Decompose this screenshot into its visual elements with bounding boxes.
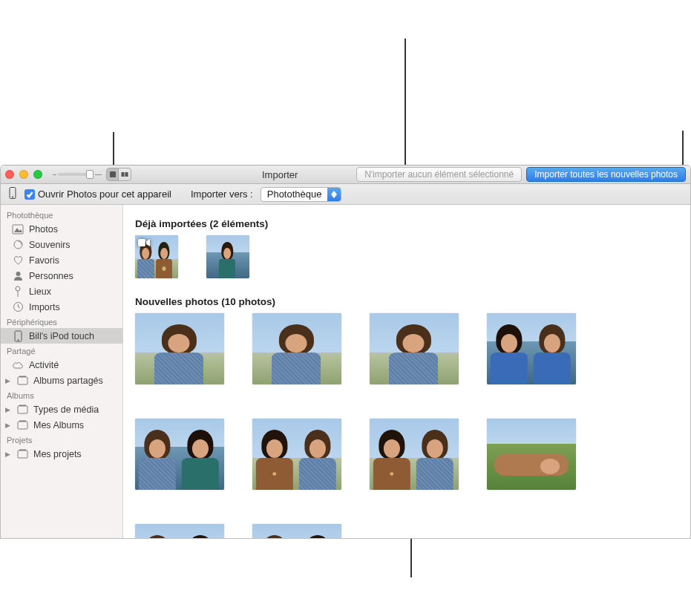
already-imported-grid — [135, 235, 678, 278]
zoom-window-button[interactable] — [33, 170, 42, 179]
sidebar-item-label: Imports — [29, 302, 60, 312]
svg-rect-18 — [18, 406, 27, 413]
titlebar: – — Importer N'importer aucun élément sé… — [1, 166, 690, 184]
svg-rect-21 — [19, 421, 26, 422]
sidebar-item-mes-albums[interactable]: ▶ Mes Albums — [1, 417, 122, 433]
sidebar-item-label: Favoris — [29, 255, 59, 266]
import-to-value: Photothèque — [261, 189, 328, 200]
device-icon — [8, 187, 17, 201]
sidebar-item-label: Mes Albums — [33, 420, 84, 430]
svg-point-11 — [16, 286, 20, 291]
photo-thumbnail[interactable] — [370, 419, 459, 490]
sidebar-item-label: Lieux — [29, 286, 51, 297]
svg-rect-1 — [122, 172, 125, 177]
device-icon — [11, 330, 24, 342]
clock-icon — [11, 301, 24, 312]
svg-rect-23 — [19, 450, 26, 451]
import-options-bar: Ouvrir Photos pour cet appareil Importer… — [1, 184, 690, 205]
thumbnail-zoom-slider[interactable]: – — — [53, 171, 102, 178]
album-icon — [16, 420, 29, 430]
compare-thumb-icon — [119, 168, 131, 180]
pin-icon — [11, 286, 24, 298]
photo-thumbnail[interactable] — [370, 313, 459, 384]
chevron-right-icon[interactable]: ▶ — [4, 406, 11, 413]
minimize-window-button[interactable] — [19, 170, 28, 179]
new-photos-heading: Nouvelles photos (10 photos) — [135, 296, 678, 307]
import-content: Déjà importées (2 éléments) — [123, 205, 690, 538]
sidebar-item-label: Personnes — [29, 271, 73, 281]
svg-rect-24 — [138, 239, 145, 246]
sidebar-item-photos[interactable]: Photos — [1, 221, 122, 237]
photo-thumbnail[interactable] — [487, 419, 576, 490]
view-toggle[interactable] — [106, 168, 131, 181]
cloud-icon — [11, 361, 24, 370]
chevron-right-icon[interactable]: ▶ — [4, 450, 11, 458]
import-all-button[interactable]: Importer toutes les nouvelles photos — [526, 167, 686, 182]
svg-point-4 — [12, 197, 13, 198]
photo-thumbnail[interactable] — [252, 419, 341, 490]
svg-marker-8 — [14, 228, 22, 232]
sidebar-item-favoris[interactable]: Favoris — [1, 252, 122, 268]
zoom-max-tick: — — [95, 171, 102, 178]
window-controls — [5, 170, 42, 179]
photo-thumbnail[interactable] — [252, 524, 341, 538]
photo-thumbnail[interactable] — [135, 419, 224, 490]
single-thumb-icon — [107, 168, 119, 180]
photo-thumbnail[interactable] — [135, 313, 224, 384]
svg-marker-6 — [331, 194, 337, 198]
svg-rect-20 — [18, 422, 27, 429]
zoom-min-tick: – — [53, 171, 56, 178]
sidebar-item-personnes[interactable]: Personnes — [1, 268, 122, 284]
memories-icon — [11, 239, 24, 250]
svg-rect-22 — [18, 450, 27, 458]
sidebar-item-souvenirs[interactable]: Souvenirs — [1, 237, 122, 252]
sidebar-item-label: Mes projets — [33, 449, 82, 459]
svg-rect-0 — [110, 171, 116, 177]
album-icon — [16, 404, 29, 414]
svg-rect-2 — [125, 172, 128, 177]
sidebar-group-partage: Partagé — [1, 344, 122, 357]
person-icon — [11, 270, 24, 281]
photo-thumbnail[interactable] — [487, 313, 576, 384]
open-photos-label: Ouvrir Photos pour cet appareil — [38, 189, 171, 200]
chevron-right-icon[interactable]: ▶ — [4, 422, 11, 429]
photos-import-window: – — Importer N'importer aucun élément sé… — [0, 165, 691, 539]
chevron-right-icon[interactable]: ▶ — [4, 377, 11, 384]
sidebar-item-label: Types de média — [33, 404, 99, 415]
sidebar-group-peripheriques: Périphériques — [1, 315, 122, 328]
album-icon — [16, 376, 29, 385]
checkbox-checked-icon — [24, 189, 35, 200]
sidebar-item-label: Photos — [29, 224, 58, 235]
sidebar-group-projets: Projets — [1, 433, 122, 446]
import-to-popup[interactable]: Photothèque — [261, 187, 342, 202]
already-imported-heading: Déjà importées (2 éléments) — [135, 218, 678, 229]
svg-point-10 — [16, 272, 20, 276]
close-window-button[interactable] — [5, 170, 14, 179]
sidebar-item-activite[interactable]: Activité — [1, 357, 122, 373]
sidebar-item-types-media[interactable]: ▶ Types de média — [1, 402, 122, 417]
sidebar-group-albums: Albums — [1, 388, 122, 402]
photos-icon — [11, 224, 24, 235]
svg-rect-19 — [19, 405, 26, 407]
open-photos-checkbox[interactable]: Ouvrir Photos pour cet appareil — [24, 189, 171, 200]
video-badge-icon — [137, 237, 151, 248]
svg-point-9 — [14, 240, 22, 249]
sidebar-item-label: Albums partagés — [33, 376, 103, 386]
photo-thumbnail[interactable] — [206, 235, 249, 278]
sidebar-item-mes-projets[interactable]: ▶ Mes projets — [1, 446, 122, 462]
import-to-label: Importer vers : — [191, 189, 253, 200]
photo-thumbnail[interactable] — [135, 235, 178, 278]
sidebar-item-albums-partages[interactable]: ▶ Albums partagés — [1, 373, 122, 388]
callout-line-top-center — [405, 39, 406, 178]
sidebar-item-device[interactable]: Bill's iPod touch — [1, 328, 122, 344]
sidebar-item-label: Activité — [29, 360, 59, 370]
sidebar-item-lieux[interactable]: Lieux — [1, 284, 122, 299]
sidebar-item-imports[interactable]: Imports — [1, 299, 122, 315]
photo-thumbnail[interactable] — [135, 524, 224, 538]
photo-thumbnail[interactable] — [252, 313, 341, 384]
heart-icon — [11, 255, 24, 266]
import-selected-button[interactable]: N'importer aucun élément sélectionné — [356, 167, 522, 182]
svg-rect-17 — [19, 376, 26, 378]
window-title: Importer — [136, 169, 352, 180]
popup-arrows-icon — [327, 188, 341, 201]
